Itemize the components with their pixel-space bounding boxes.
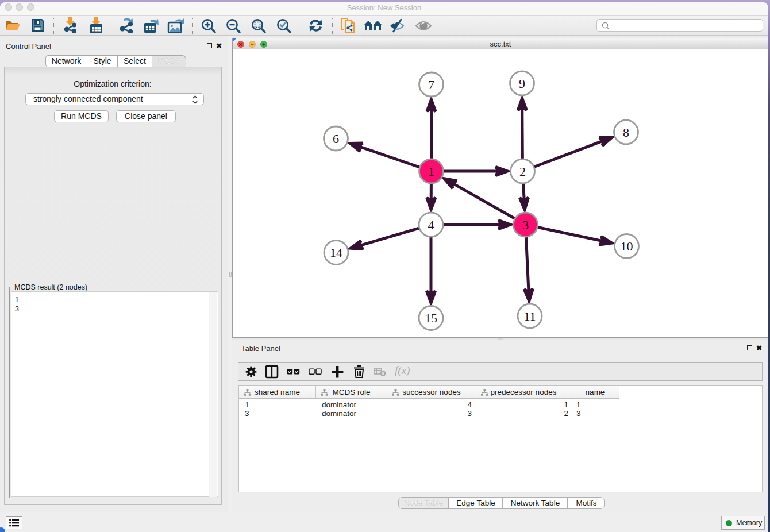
svg-text:1: 1 — [428, 164, 434, 179]
svg-text:4: 4 — [428, 218, 434, 232]
svg-text:9: 9 — [519, 76, 525, 91]
svg-text:3: 3 — [522, 218, 529, 232]
svg-text:6: 6 — [333, 132, 339, 146]
svg-text:8: 8 — [623, 125, 629, 140]
svg-text:7: 7 — [428, 78, 434, 92]
svg-text:15: 15 — [425, 311, 437, 325]
svg-text:10: 10 — [621, 239, 633, 253]
svg-text:14: 14 — [330, 245, 342, 260]
svg-text:11: 11 — [523, 309, 536, 323]
svg-text:2: 2 — [519, 164, 526, 179]
